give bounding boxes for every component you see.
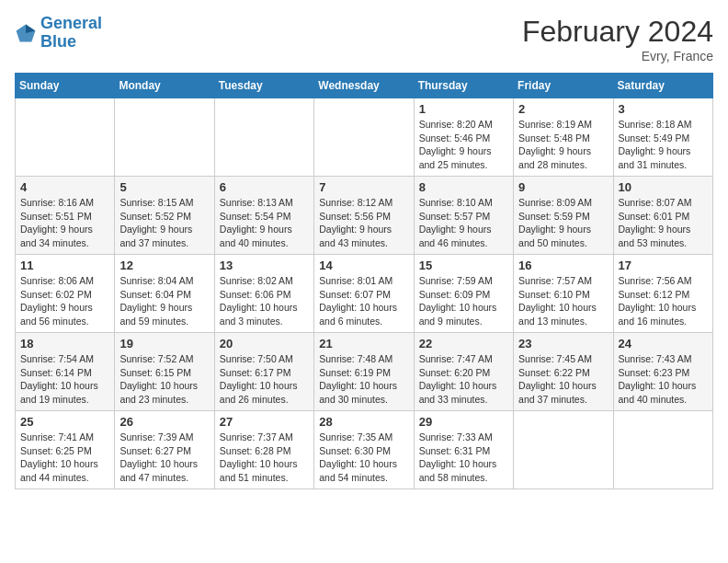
day-info: Sunrise: 8:04 AM Sunset: 6:04 PM Dayligh… <box>119 274 209 328</box>
calendar-cell: 10Sunrise: 8:07 AM Sunset: 6:01 PM Dayli… <box>613 177 712 255</box>
week-row-3: 11Sunrise: 8:06 AM Sunset: 6:02 PM Dayli… <box>16 255 713 333</box>
calendar-cell: 12Sunrise: 8:04 AM Sunset: 6:04 PM Dayli… <box>115 255 214 333</box>
weekday-header-wednesday: Wednesday <box>314 74 414 98</box>
day-number: 29 <box>419 415 508 429</box>
calendar-cell: 19Sunrise: 7:52 AM Sunset: 6:15 PM Dayli… <box>115 333 214 411</box>
day-info: Sunrise: 7:43 AM Sunset: 6:23 PM Dayligh… <box>619 352 708 407</box>
weekday-header-sunday: Sunday <box>16 74 115 98</box>
day-number: 6 <box>220 180 309 194</box>
day-info: Sunrise: 8:06 AM Sunset: 6:02 PM Dayligh… <box>20 274 109 328</box>
month-title: February 2024 <box>522 15 713 49</box>
title-block: February 2024 Evry, France <box>522 15 713 63</box>
day-info: Sunrise: 7:57 AM Sunset: 6:10 PM Dayligh… <box>518 274 608 328</box>
week-row-2: 4Sunrise: 8:16 AM Sunset: 5:51 PM Daylig… <box>16 177 713 255</box>
day-info: Sunrise: 7:54 AM Sunset: 6:14 PM Dayligh… <box>20 352 109 407</box>
day-info: Sunrise: 7:48 AM Sunset: 6:19 PM Dayligh… <box>319 352 408 407</box>
day-info: Sunrise: 7:52 AM Sunset: 6:15 PM Dayligh… <box>119 352 209 407</box>
day-info: Sunrise: 7:41 AM Sunset: 6:25 PM Dayligh… <box>20 431 109 485</box>
day-number: 24 <box>619 337 708 350</box>
day-info: Sunrise: 8:02 AM Sunset: 6:06 PM Dayligh… <box>220 274 309 328</box>
calendar-cell <box>314 98 414 177</box>
calendar-cell: 2Sunrise: 8:19 AM Sunset: 5:48 PM Daylig… <box>514 98 613 177</box>
day-number: 26 <box>119 415 209 429</box>
calendar-cell: 4Sunrise: 8:16 AM Sunset: 5:51 PM Daylig… <box>16 177 115 255</box>
day-number: 19 <box>119 337 209 350</box>
week-row-1: 1Sunrise: 8:20 AM Sunset: 5:46 PM Daylig… <box>16 98 713 177</box>
day-number: 7 <box>319 180 408 194</box>
day-number: 21 <box>319 337 408 350</box>
calendar-cell: 26Sunrise: 7:39 AM Sunset: 6:27 PM Dayli… <box>115 411 214 489</box>
day-info: Sunrise: 8:16 AM Sunset: 5:51 PM Dayligh… <box>20 196 109 250</box>
day-info: Sunrise: 8:01 AM Sunset: 6:07 PM Dayligh… <box>319 274 408 328</box>
calendar-cell <box>613 411 712 489</box>
calendar-cell: 23Sunrise: 7:45 AM Sunset: 6:22 PM Dayli… <box>514 333 613 411</box>
logo: General Blue <box>15 15 102 52</box>
calendar-cell <box>514 411 613 489</box>
day-number: 5 <box>119 180 209 194</box>
calendar-cell: 7Sunrise: 8:12 AM Sunset: 5:56 PM Daylig… <box>314 177 414 255</box>
weekday-header-saturday: Saturday <box>613 74 712 98</box>
day-number: 22 <box>419 337 508 350</box>
day-info: Sunrise: 8:10 AM Sunset: 5:57 PM Dayligh… <box>419 196 508 250</box>
day-number: 17 <box>619 259 708 272</box>
day-number: 15 <box>419 259 508 272</box>
calendar-cell: 15Sunrise: 7:59 AM Sunset: 6:09 PM Dayli… <box>414 255 513 333</box>
day-number: 12 <box>119 259 209 272</box>
day-info: Sunrise: 8:07 AM Sunset: 6:01 PM Dayligh… <box>619 196 708 250</box>
calendar-cell <box>16 98 115 177</box>
day-info: Sunrise: 7:50 AM Sunset: 6:17 PM Dayligh… <box>220 352 309 407</box>
calendar-cell: 18Sunrise: 7:54 AM Sunset: 6:14 PM Dayli… <box>16 333 115 411</box>
day-number: 11 <box>20 259 109 272</box>
day-info: Sunrise: 8:20 AM Sunset: 5:46 PM Dayligh… <box>419 118 508 172</box>
calendar-cell: 8Sunrise: 8:10 AM Sunset: 5:57 PM Daylig… <box>414 177 513 255</box>
day-number: 10 <box>619 180 708 194</box>
day-number: 3 <box>619 102 708 116</box>
day-info: Sunrise: 8:18 AM Sunset: 5:49 PM Dayligh… <box>619 118 708 172</box>
day-info: Sunrise: 8:19 AM Sunset: 5:48 PM Dayligh… <box>518 118 608 172</box>
weekday-header-monday: Monday <box>115 74 214 98</box>
weekday-header-friday: Friday <box>514 74 613 98</box>
week-row-5: 25Sunrise: 7:41 AM Sunset: 6:25 PM Dayli… <box>16 411 713 489</box>
calendar-cell: 14Sunrise: 8:01 AM Sunset: 6:07 PM Dayli… <box>314 255 414 333</box>
calendar-cell: 22Sunrise: 7:47 AM Sunset: 6:20 PM Dayli… <box>414 333 513 411</box>
day-info: Sunrise: 7:39 AM Sunset: 6:27 PM Dayligh… <box>119 431 209 485</box>
calendar-cell <box>115 98 214 177</box>
calendar-cell: 28Sunrise: 7:35 AM Sunset: 6:30 PM Dayli… <box>314 411 414 489</box>
day-info: Sunrise: 7:56 AM Sunset: 6:12 PM Dayligh… <box>619 274 708 328</box>
calendar-cell: 29Sunrise: 7:33 AM Sunset: 6:31 PM Dayli… <box>414 411 513 489</box>
calendar-cell <box>214 98 313 177</box>
day-info: Sunrise: 7:47 AM Sunset: 6:20 PM Dayligh… <box>419 352 508 407</box>
day-number: 28 <box>319 415 408 429</box>
day-info: Sunrise: 8:15 AM Sunset: 5:52 PM Dayligh… <box>119 196 209 250</box>
calendar-cell: 21Sunrise: 7:48 AM Sunset: 6:19 PM Dayli… <box>314 333 414 411</box>
week-row-4: 18Sunrise: 7:54 AM Sunset: 6:14 PM Dayli… <box>16 333 713 411</box>
calendar-cell: 27Sunrise: 7:37 AM Sunset: 6:28 PM Dayli… <box>214 411 313 489</box>
day-info: Sunrise: 7:37 AM Sunset: 6:28 PM Dayligh… <box>220 431 309 485</box>
day-info: Sunrise: 8:13 AM Sunset: 5:54 PM Dayligh… <box>220 196 309 250</box>
calendar-cell: 25Sunrise: 7:41 AM Sunset: 6:25 PM Dayli… <box>16 411 115 489</box>
day-number: 20 <box>220 337 309 350</box>
day-number: 16 <box>518 259 608 272</box>
day-number: 18 <box>20 337 109 350</box>
day-number: 8 <box>419 180 508 194</box>
day-number: 2 <box>518 102 608 116</box>
day-info: Sunrise: 7:59 AM Sunset: 6:09 PM Dayligh… <box>419 274 508 328</box>
day-number: 9 <box>518 180 608 194</box>
logo-icon <box>15 22 37 44</box>
calendar-cell: 17Sunrise: 7:56 AM Sunset: 6:12 PM Dayli… <box>613 255 712 333</box>
calendar-cell: 13Sunrise: 8:02 AM Sunset: 6:06 PM Dayli… <box>214 255 313 333</box>
calendar-cell: 24Sunrise: 7:43 AM Sunset: 6:23 PM Dayli… <box>613 333 712 411</box>
day-info: Sunrise: 7:33 AM Sunset: 6:31 PM Dayligh… <box>419 431 508 485</box>
weekday-header-thursday: Thursday <box>414 74 513 98</box>
day-info: Sunrise: 8:09 AM Sunset: 5:59 PM Dayligh… <box>518 196 608 250</box>
day-number: 23 <box>518 337 608 350</box>
day-number: 13 <box>220 259 309 272</box>
calendar-cell: 9Sunrise: 8:09 AM Sunset: 5:59 PM Daylig… <box>514 177 613 255</box>
calendar-cell: 6Sunrise: 8:13 AM Sunset: 5:54 PM Daylig… <box>214 177 313 255</box>
weekday-header-tuesday: Tuesday <box>214 74 313 98</box>
calendar-cell: 16Sunrise: 7:57 AM Sunset: 6:10 PM Dayli… <box>514 255 613 333</box>
day-number: 27 <box>220 415 309 429</box>
day-number: 25 <box>20 415 109 429</box>
calendar-cell: 1Sunrise: 8:20 AM Sunset: 5:46 PM Daylig… <box>414 98 513 177</box>
day-number: 4 <box>20 180 109 194</box>
